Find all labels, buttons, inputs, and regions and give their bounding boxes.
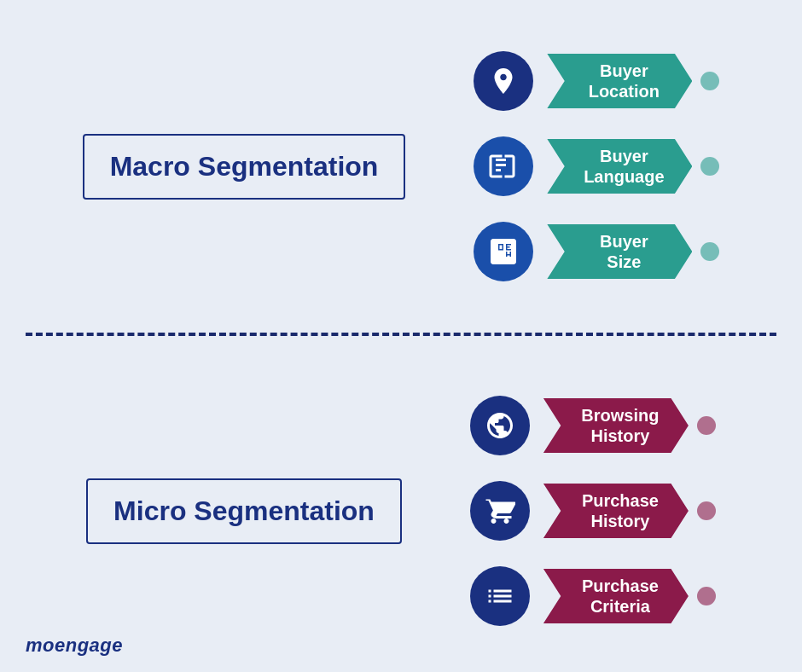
cart-icon — [485, 495, 515, 526]
purchase-criteria-nub — [697, 587, 716, 605]
buyer-size-nub — [700, 242, 719, 261]
language-icon — [488, 151, 519, 182]
globe-icon — [485, 410, 515, 441]
browsing-history-row: BrowsingHistory — [470, 396, 716, 455]
buyer-size-row: BuyerSize — [474, 222, 719, 281]
list-icon — [485, 581, 515, 611]
buyer-location-nub — [700, 72, 719, 90]
size-icon — [488, 236, 519, 267]
purchase-history-label: PurchaseHistory — [543, 484, 689, 538]
buyer-location-icon-circle — [474, 51, 533, 111]
micro-section: Micro Segmentation BrowsingHistory Purch… — [0, 350, 802, 672]
buyer-size-icon-circle — [474, 222, 533, 281]
buyer-language-row: BuyerLanguage — [474, 136, 719, 196]
macro-section: Macro Segmentation BuyerLocation BuyerLa… — [0, 0, 802, 333]
browsing-history-nub — [697, 416, 716, 435]
purchase-history-icon-circle — [470, 481, 530, 541]
purchase-criteria-row: PurchaseCriteria — [470, 566, 716, 626]
buyer-location-row: BuyerLocation — [474, 51, 719, 111]
buyer-location-label: BuyerLocation — [547, 54, 692, 108]
macro-items: BuyerLocation BuyerLanguage BuyerSize — [474, 51, 719, 281]
macro-title: Macro Segmentation — [110, 151, 379, 182]
purchase-history-row: PurchaseHistory — [470, 481, 716, 541]
purchase-criteria-icon-circle — [470, 566, 530, 626]
buyer-language-nub — [700, 157, 719, 176]
buyer-size-label: BuyerSize — [547, 224, 692, 279]
purchase-history-nub — [697, 501, 716, 520]
macro-box: Macro Segmentation — [83, 134, 406, 200]
micro-items: BrowsingHistory PurchaseHistory Purchase… — [470, 396, 716, 626]
purchase-criteria-label: PurchaseCriteria — [543, 569, 689, 623]
brand-logo: moengage — [26, 634, 123, 657]
buyer-language-label: BuyerLanguage — [547, 139, 692, 194]
buyer-language-icon-circle — [474, 136, 533, 196]
section-divider — [26, 333, 776, 336]
browsing-history-label: BrowsingHistory — [543, 398, 689, 453]
micro-title: Micro Segmentation — [113, 495, 375, 526]
browsing-history-icon-circle — [470, 396, 530, 455]
micro-box: Micro Segmentation — [86, 478, 402, 544]
location-icon — [488, 66, 519, 96]
